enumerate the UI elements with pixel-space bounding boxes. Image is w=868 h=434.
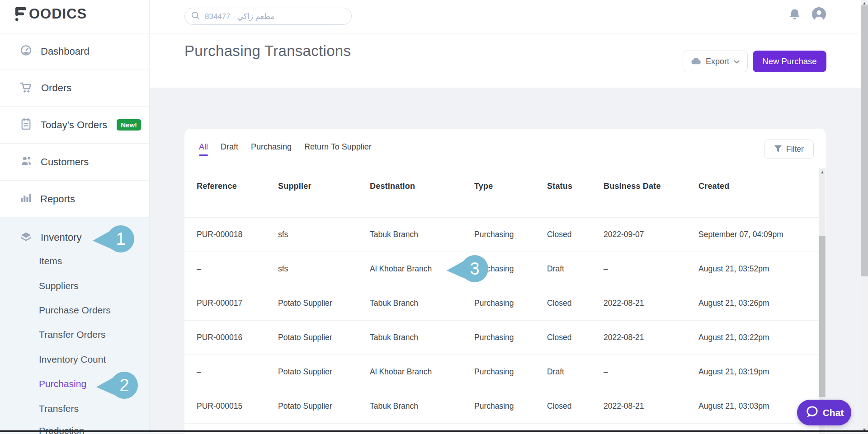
tab-draft[interactable]: Draft bbox=[221, 142, 238, 168]
page-header: Purchasing Transactions Export New Purch… bbox=[149, 33, 861, 88]
cart-icon bbox=[20, 81, 33, 95]
sidebar-subitem-production[interactable]: Production bbox=[39, 424, 84, 434]
column-header-destination: Destination bbox=[370, 182, 474, 217]
cell-supplier: Potato Supplier bbox=[278, 299, 370, 308]
filter-button-label: Filter bbox=[786, 145, 804, 154]
cell-destination: Tabuk Branch bbox=[370, 333, 474, 342]
screenshot-bottom-edge bbox=[0, 430, 868, 432]
cell-type: Purchasing bbox=[474, 264, 547, 274]
table-scrollbar-thumb[interactable] bbox=[819, 236, 826, 397]
chat-button[interactable]: Chat bbox=[797, 400, 851, 425]
sidebar-item-orders[interactable]: Orders bbox=[0, 70, 149, 107]
notifications-bell-icon[interactable] bbox=[788, 8, 801, 22]
cell-status: Closed bbox=[547, 401, 604, 411]
tab-purchasing[interactable]: Purchasing bbox=[251, 142, 292, 168]
cell-type: Purchasing bbox=[474, 333, 547, 342]
sidebar-item-dashboard[interactable]: Dashboard bbox=[0, 33, 149, 70]
cell-status: Draft bbox=[547, 264, 604, 274]
transactions-card: All Draft Purchasing Return To Supplier … bbox=[184, 129, 826, 434]
sidebar-subitem-inventory-count[interactable]: Inventory Count bbox=[39, 353, 106, 366]
cell-created: August 21, 03:52pm bbox=[698, 264, 819, 274]
cell-type: Purchasing bbox=[474, 230, 547, 239]
cell-business-date: 2022-08-21 bbox=[604, 333, 698, 342]
sidebar-subitem-suppliers[interactable]: Suppliers bbox=[39, 279, 79, 293]
sidebar-item-inventory[interactable]: Inventory bbox=[0, 226, 149, 249]
cell-reference: – bbox=[197, 367, 278, 377]
search-icon bbox=[191, 11, 200, 22]
table-row[interactable]: PUR-000018 sfs Tabuk Branch Purchasing C… bbox=[184, 218, 819, 252]
cell-destination: Al Khobar Branch bbox=[370, 367, 474, 377]
table-row[interactable]: – Potato Supplier Al Khobar Branch Purch… bbox=[184, 355, 819, 389]
chevron-down-icon bbox=[734, 58, 740, 65]
chat-bubble-icon bbox=[805, 405, 819, 420]
table-row[interactable]: PUR-000016 Potato Supplier Tabuk Branch … bbox=[184, 321, 819, 355]
cell-supplier: sfs bbox=[278, 264, 370, 274]
new-badge: New! bbox=[117, 119, 141, 131]
cell-reference: – bbox=[197, 264, 278, 274]
table-scrollbar: ▲ bbox=[819, 168, 826, 434]
sidebar-item-customers[interactable]: Customers bbox=[0, 144, 149, 181]
sidebar-subitem-items[interactable]: Items bbox=[39, 254, 62, 268]
cell-status: Closed bbox=[547, 230, 604, 239]
table-row[interactable]: PUR-000015 Potato Supplier Tabuk Branch … bbox=[184, 389, 819, 424]
page-scrollbar-up-arrow[interactable]: ▲ bbox=[861, 1, 868, 5]
cell-supplier: Potato Supplier bbox=[278, 367, 370, 377]
status-tabs: All Draft Purchasing Return To Supplier bbox=[184, 129, 826, 168]
sidebar: Dashboard Orders Today's Orders bbox=[0, 33, 149, 434]
sidebar-subitem-purchase-orders[interactable]: Purchase Orders bbox=[39, 303, 111, 317]
table-scrollbar-up-arrow[interactable]: ▲ bbox=[819, 170, 826, 174]
cell-reference: PUR-000017 bbox=[197, 299, 278, 308]
sidebar-subitem-transfer-orders[interactable]: Transfer Orders bbox=[39, 328, 105, 341]
cell-status: Closed bbox=[547, 299, 604, 308]
cell-business-date: 2022-08-21 bbox=[604, 401, 698, 411]
user-avatar[interactable] bbox=[812, 7, 826, 23]
page-scrollbar: ▲ ▼ bbox=[861, 0, 868, 434]
sidebar-item-todays-orders[interactable]: Today's Orders New! bbox=[0, 107, 149, 144]
new-purchase-button[interactable]: New Purchase bbox=[753, 51, 826, 72]
cell-destination: Tabuk Branch bbox=[370, 401, 474, 411]
cell-supplier: sfs bbox=[278, 230, 370, 239]
cell-business-date: 2022-08-21 bbox=[604, 299, 698, 308]
top-bar: OODICS bbox=[0, 0, 861, 33]
new-purchase-button-label: New Purchase bbox=[762, 56, 816, 66]
cell-created: August 21, 03:26pm bbox=[698, 299, 819, 308]
global-search bbox=[184, 8, 352, 25]
search-input[interactable] bbox=[204, 11, 348, 21]
table-row[interactable]: PUR-000017 Potato Supplier Tabuk Branch … bbox=[184, 286, 819, 321]
cell-business-date: – bbox=[604, 264, 698, 274]
sidebar-subitem-purchasing[interactable]: Purchasing bbox=[39, 377, 86, 391]
cell-business-date: – bbox=[604, 367, 698, 377]
clipboard-icon bbox=[20, 118, 32, 132]
cell-created: September 07, 04:09pm bbox=[698, 230, 819, 239]
sidebar-divider bbox=[149, 0, 150, 431]
cell-supplier: Potato Supplier bbox=[278, 333, 370, 342]
sidebar-item-label: Orders bbox=[41, 82, 71, 94]
table-row[interactable]: – sfs Al Khobar Branch Purchasing Draft … bbox=[184, 252, 819, 286]
sidebar-subitem-transfers[interactable]: Transfers bbox=[39, 402, 79, 415]
sidebar-item-label: Inventory bbox=[41, 232, 82, 243]
cell-business-date: 2022-09-07 bbox=[604, 230, 698, 239]
cell-destination: Al Khobar Branch bbox=[370, 264, 474, 274]
foodics-logo-text: OODICS bbox=[29, 7, 87, 21]
foodics-logo[interactable]: OODICS bbox=[15, 7, 87, 23]
export-button[interactable]: Export bbox=[683, 51, 748, 72]
main-content: Purchasing Transactions Export New Purch… bbox=[149, 33, 861, 434]
sidebar-item-reports[interactable]: Reports bbox=[0, 181, 149, 218]
cell-status: Closed bbox=[547, 333, 604, 342]
cell-destination: Tabuk Branch bbox=[370, 230, 474, 239]
tab-return-to-supplier[interactable]: Return To Supplier bbox=[304, 142, 372, 168]
bar-chart-icon bbox=[20, 192, 32, 206]
filter-button[interactable]: Filter bbox=[764, 140, 814, 159]
cell-created: August 21, 03:22pm bbox=[698, 333, 819, 342]
cell-status: Draft bbox=[547, 367, 604, 377]
column-header-created: Created bbox=[698, 182, 819, 217]
cell-type: Purchasing bbox=[474, 367, 547, 377]
column-header-reference: Reference bbox=[197, 182, 278, 217]
tab-all[interactable]: All bbox=[199, 142, 208, 168]
cell-reference: PUR-000018 bbox=[197, 230, 278, 239]
column-header-status: Status bbox=[547, 182, 604, 217]
page-scrollbar-thumb[interactable] bbox=[861, 5, 868, 276]
column-header-business-date: Business Date bbox=[604, 182, 698, 217]
cell-reference: PUR-000016 bbox=[197, 333, 278, 342]
app-screen: OODICS bbox=[0, 0, 868, 434]
